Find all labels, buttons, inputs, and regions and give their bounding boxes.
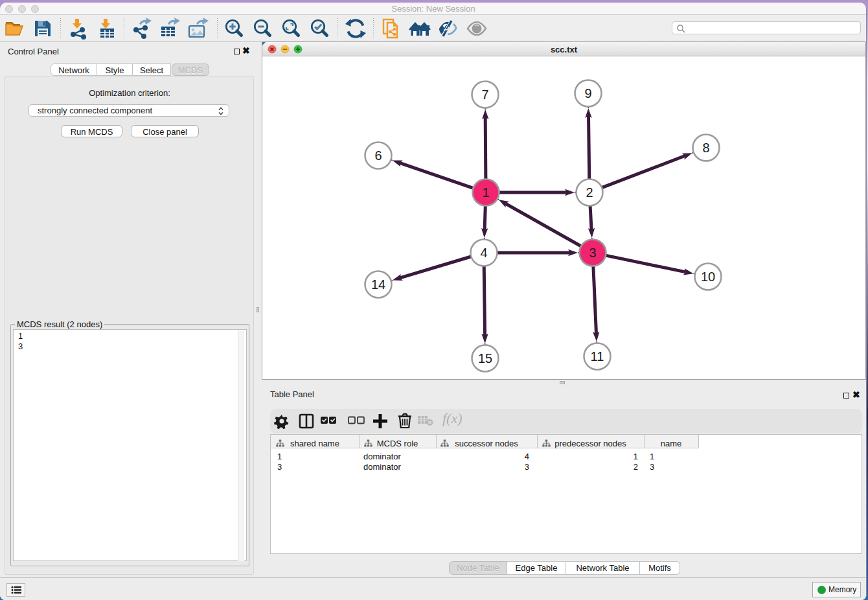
svg-text:8: 8 [702,141,709,155]
svg-text:1: 1 [482,185,489,200]
svg-text:7: 7 [481,87,488,102]
svg-text:10: 10 [701,270,715,284]
svg-text:3: 3 [589,246,596,260]
svg-text:6: 6 [374,148,382,163]
svg-text:14: 14 [371,277,385,292]
svg-text:15: 15 [478,351,492,365]
svg-text:9: 9 [584,86,591,100]
svg-text:11: 11 [591,349,604,363]
svg-text:2: 2 [586,185,593,200]
svg-text:4: 4 [480,246,487,260]
